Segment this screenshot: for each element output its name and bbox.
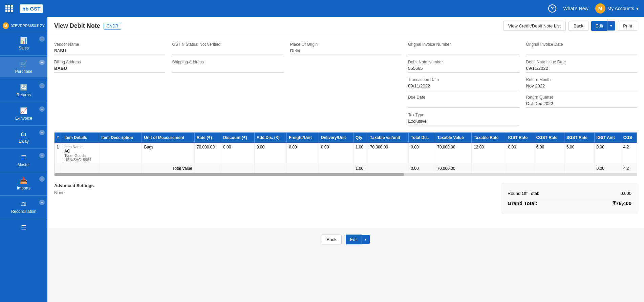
my-accounts-menu[interactable]: M My Accounts ▾ (595, 3, 639, 14)
sales-plus-icon[interactable]: + (39, 36, 45, 42)
debit-note-number-label: Debit Note Number (408, 60, 519, 64)
edit-button-bottom[interactable]: Edit (346, 235, 362, 244)
tax-type-value: Exclusive (408, 119, 519, 125)
sidebar-item-master[interactable]: ☰ Master + (0, 150, 47, 170)
print-button[interactable]: Print (618, 21, 637, 31)
total-total-dis: 0.00 (409, 164, 435, 173)
purchase-icon: 🛒 (20, 60, 27, 68)
vendor-name-value: BABU (54, 48, 165, 55)
back-button-bottom[interactable]: Back (322, 235, 342, 244)
total-empty3 (99, 164, 142, 173)
edit-dropdown-arrow-bottom[interactable]: ▾ (362, 235, 370, 244)
eway-icon: 🗂 (21, 130, 27, 138)
gstin-status-label: GSTIN Status: Not Verified (172, 42, 283, 47)
row-discount: 0.00 (221, 143, 255, 164)
returns-plus-icon[interactable]: + (39, 83, 45, 88)
imports-plus-icon[interactable]: + (39, 176, 45, 182)
total-empty11 (506, 164, 534, 173)
eway-plus-icon[interactable]: + (39, 130, 45, 135)
whats-new-link[interactable]: What's New (563, 6, 588, 11)
row-unit: Bags (142, 143, 194, 164)
master-plus-icon[interactable]: + (39, 153, 45, 158)
vendor-name-label: Vendor Name (54, 42, 165, 47)
sidebar-item-imports[interactable]: 📥 Imports + (0, 174, 47, 194)
col-taxable-val: Taxable val/unit (368, 133, 408, 143)
row-cgst-rate: 6.00 (534, 143, 564, 164)
grid-menu-icon[interactable] (5, 5, 13, 12)
sidebar-label-imports: Imports (17, 186, 30, 190)
item-label: Item Name (64, 145, 97, 149)
round-off-label: Round Off Total: (508, 191, 539, 196)
sidebar: M 07BVRPR3650J1ZY 📊 Sales + 🛒 Purchase +… (0, 17, 47, 302)
total-taxable-value: 70,000.00 (435, 164, 472, 173)
original-invoice-number-value (408, 48, 519, 55)
sidebar-item-more[interactable]: ☰ (0, 220, 47, 235)
sidebar-item-eway[interactable]: 🗂 Eway + (0, 127, 47, 147)
user-avatar: M (595, 3, 605, 14)
bottom-section: Advanced Settings None Round Off Total: … (54, 183, 637, 214)
row-description (99, 143, 142, 164)
einvoice-icon: 📈 (20, 107, 27, 115)
original-invoice-date-field: Orignal Invoice Date Debit Note Issue Da… (526, 42, 637, 125)
sidebar-item-sales[interactable]: 📊 Sales + (0, 34, 47, 54)
table-row: 1 Item Name AC Type: Goods HSN/SAC: 9984 (55, 143, 637, 164)
shipping-address-value (172, 66, 283, 73)
row-cgs: 4,2 (621, 143, 637, 164)
row-taxable-val: 70,000.00 (368, 143, 408, 164)
row-delivery: 0.00 (319, 143, 353, 164)
back-button-top[interactable]: Back (568, 21, 588, 31)
edit-button[interactable]: Edit (591, 21, 607, 31)
sidebar-item-einvoice[interactable]: 📈 E-Invoice + (0, 104, 47, 124)
total-empty13 (564, 164, 594, 173)
col-freight: Freight/Unit (287, 133, 319, 143)
col-cgst-rate: CGST Rate (534, 133, 564, 143)
total-empty4 (194, 164, 221, 173)
page-header: View Debit Note CNDR View Credit/Debit N… (47, 17, 644, 35)
reconciliation-plus-icon[interactable]: + (39, 200, 45, 205)
total-empty6 (254, 164, 287, 173)
row-taxable-rate: 12.00 (472, 143, 506, 164)
gstin-status-value (172, 48, 283, 55)
original-invoice-number-field: Orignal Invoice Number Debit Note Number… (408, 42, 519, 125)
row-igst-amt: 0.00 (594, 143, 621, 164)
place-of-origin-value: Delhi (290, 48, 401, 55)
edit-button-split: Edit ▾ (591, 21, 615, 31)
due-date-value (408, 101, 519, 108)
col-qty: Qty (353, 133, 368, 143)
sidebar-item-reconciliation[interactable]: ⚖ Reconciliation + (0, 197, 47, 217)
row-qty: 1.00 (353, 143, 368, 164)
grand-total-row: Grand Total: ₹78,400 (508, 198, 631, 208)
einvoice-plus-icon[interactable]: + (39, 106, 45, 112)
col-taxable-value: Taxable Value (435, 133, 472, 143)
my-accounts-label: My Accounts (607, 6, 634, 11)
row-taxable-value: 70,000.00 (435, 143, 472, 164)
form-grid-top: Vendor Name BABU Billing Address BABU GS… (54, 42, 637, 125)
edit-dropdown-arrow[interactable]: ▾ (607, 21, 615, 31)
transaction-date-value: 09/11/2022 (408, 83, 519, 90)
horizontal-scrollbar[interactable] (55, 173, 637, 176)
totals-area: Round Off Total: 0.000 Grand Total: ₹78,… (502, 183, 637, 214)
row-rate: 70,000.00 (194, 143, 221, 164)
col-unit-measurement: Unit of Measurement (142, 133, 194, 143)
sidebar-label-einvoice: E-Invoice (15, 116, 32, 121)
sidebar-item-purchase[interactable]: 🛒 Purchase + (0, 57, 47, 77)
col-num: # (55, 133, 62, 143)
item-hsn: HSN/SAC: 9984 (64, 158, 97, 162)
billing-address-value: BABU (54, 66, 165, 73)
page-title-area: View Debit Note CNDR (54, 22, 121, 29)
return-quarter-value: Oct-Dec 2022 (526, 101, 637, 108)
purchase-plus-icon[interactable]: + (39, 60, 45, 65)
total-qty: 1.00 (353, 164, 368, 173)
top-navigation: hb GST ? What's New M My Accounts ▾ (0, 0, 644, 17)
top-nav-right: ? What's New M My Accounts ▾ (548, 3, 639, 14)
row-total-dis: 0.00 (409, 143, 435, 164)
scrollbar-thumb (55, 173, 404, 176)
help-icon[interactable]: ? (548, 4, 556, 13)
sidebar-item-returns[interactable]: 🔄 Returns + (0, 80, 47, 101)
view-list-button[interactable]: View Credit/Debit Note List (503, 21, 566, 31)
due-date-label: Due Date (408, 95, 519, 100)
col-igst-amt: IGST Amt (594, 133, 621, 143)
sidebar-label-returns: Returns (17, 93, 31, 97)
return-quarter-label: Return Quarter (526, 95, 637, 100)
row-add-dis: 0.00 (254, 143, 287, 164)
